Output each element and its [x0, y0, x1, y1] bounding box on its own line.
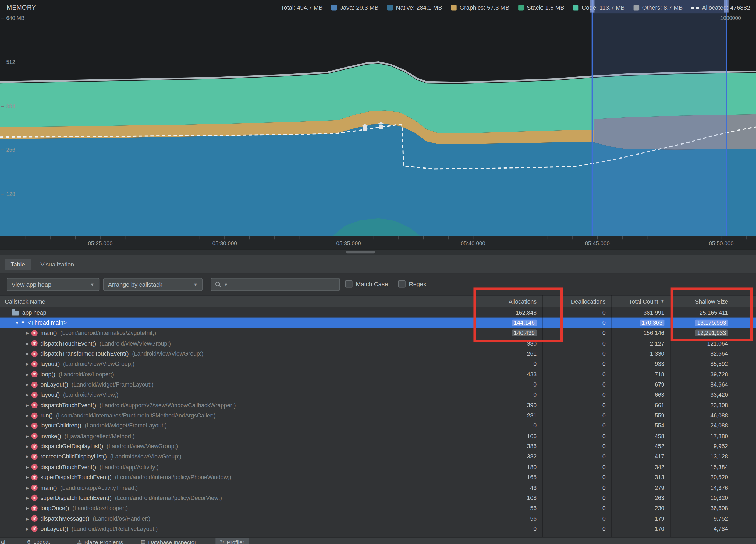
- shallow-size-value: 13,175,593: [670, 320, 734, 326]
- match-case-checkbox[interactable]: Match Case: [345, 281, 388, 288]
- expand-arrow-icon[interactable]: ▶: [23, 527, 31, 531]
- selection-start-line[interactable]: [592, 0, 593, 236]
- y-axis-label: 128: [1, 191, 15, 197]
- expand-arrow-icon[interactable]: ▶: [23, 475, 31, 480]
- callstack-cell: ▶mdispatchGetDisplayList()(Landroid/view…: [0, 443, 484, 450]
- table-row[interactable]: ▶mloopOnce()(Landroid/os/Looper;)5602303…: [0, 503, 756, 513]
- table-row[interactable]: ▶msuperDispatchTouchEvent()(Lcom/android…: [0, 493, 756, 503]
- total-count-value: 661: [611, 402, 670, 409]
- search-input[interactable]: ▼: [211, 278, 340, 291]
- table-row[interactable]: ▶msuperDispatchTouchEvent()(Lcom/android…: [0, 472, 756, 482]
- memory-chart: [0, 0, 756, 249]
- callstack-cell: ▶monLayout()(Landroid/widget/RelativeLay…: [0, 525, 484, 532]
- table-row[interactable]: ▶minvoke()(Ljava/lang/reflect/Method;)10…: [0, 431, 756, 441]
- expand-arrow-icon[interactable]: ▶: [23, 454, 31, 459]
- table-row[interactable]: ▶mloop()(Landroid/os/Looper;)433071839,7…: [0, 369, 756, 380]
- method-icon: m: [31, 330, 38, 336]
- chevron-down-icon: ▼: [90, 282, 94, 287]
- heap-selector-dropdown[interactable]: View app heap ▼: [7, 278, 99, 291]
- deallocations-value: 0: [542, 392, 611, 398]
- expand-arrow-icon[interactable]: ▶: [23, 331, 31, 336]
- table-row[interactable]: ▶mdispatchTouchEvent()(Landroid/app/Acti…: [0, 462, 756, 472]
- expand-arrow-icon[interactable]: ▶: [23, 362, 31, 366]
- table-row[interactable]: ▶mlayout()(Landroid/view/View;)0066333,4…: [0, 390, 756, 400]
- column-header-allocations[interactable]: Allocations: [484, 298, 542, 305]
- bottom-bar-item[interactable]: ▤Database Inspector: [141, 539, 196, 544]
- expand-arrow-icon[interactable]: ▶: [23, 393, 31, 397]
- callstack-name: layout(): [41, 361, 60, 368]
- expand-arrow-icon[interactable]: ▶: [23, 485, 31, 490]
- expand-arrow-icon[interactable]: ▶: [23, 423, 31, 428]
- total-count-value: 381,991: [611, 309, 670, 316]
- table-row[interactable]: ▶mdispatchMessage()(Landroid/os/Handler;…: [0, 513, 756, 524]
- expand-arrow-icon[interactable]: ▶: [23, 496, 31, 500]
- table-row[interactable]: ▶mlayoutChildren()(Landroid/widget/Frame…: [0, 421, 756, 431]
- method-icon: m: [31, 351, 38, 357]
- callstack-name: <Thread main>: [27, 320, 67, 326]
- chart-scrollbar-track[interactable]: [0, 249, 756, 255]
- table-row[interactable]: ▼≡<Thread main>144,1460170,36313,175,593: [0, 318, 756, 328]
- package-name: (Landroid/widget/FrameLayout;): [85, 422, 167, 429]
- deallocations-value: 0: [542, 402, 611, 409]
- method-icon: m: [31, 485, 38, 491]
- allocations-value: 380: [484, 340, 542, 347]
- expand-arrow-icon[interactable]: ▶: [23, 413, 31, 418]
- column-header-deallocations[interactable]: Deallocations: [542, 298, 611, 305]
- legend-swatch-icon: [451, 5, 457, 11]
- bottom-bar-item[interactable]: ⚠Blaze Problems: [77, 539, 123, 544]
- bottom-bar-item[interactable]: ↻Profiler: [215, 538, 249, 544]
- total-count-value: 679: [611, 381, 670, 388]
- expand-arrow-icon[interactable]: ▶: [23, 382, 31, 387]
- memory-chart-panel: MEMORY Total: 494.7 MBJava: 29.3 MBNativ…: [0, 0, 756, 255]
- tab-table[interactable]: Table: [5, 258, 31, 270]
- method-icon: m: [31, 526, 38, 532]
- column-header-shallow-size[interactable]: Shallow Size: [670, 298, 734, 305]
- expand-arrow-icon[interactable]: ▶: [23, 372, 31, 377]
- callstack-cell: ▶mrecreateChildDisplayList()(Landroid/vi…: [0, 453, 484, 460]
- table-row[interactable]: ▶mlayout()(Landroid/view/ViewGroup;)0093…: [0, 359, 756, 369]
- selection-end-line[interactable]: [726, 0, 727, 236]
- column-header-total-count[interactable]: Total Count ▼: [611, 298, 670, 305]
- table-row[interactable]: ▶mrecreateChildDisplayList()(Landroid/vi…: [0, 452, 756, 462]
- arrange-selector-dropdown[interactable]: Arrange by callstack ▼: [103, 278, 203, 291]
- deallocations-value: 0: [542, 443, 611, 450]
- profiler-window: MEMORY Total: 494.7 MBJava: 29.3 MBNativ…: [0, 0, 756, 544]
- collapse-arrow-icon[interactable]: ▼: [13, 320, 21, 325]
- expand-arrow-icon[interactable]: ▶: [23, 444, 31, 449]
- column-header-callstack-name[interactable]: Callstack Name: [0, 298, 484, 305]
- time-label: 05:50.000: [709, 240, 734, 246]
- expand-arrow-icon[interactable]: ▶: [23, 403, 31, 408]
- package-name: (Landroid/app/ActivityThread;): [60, 484, 138, 491]
- deallocations-value: 0: [542, 330, 611, 337]
- table-row[interactable]: ▶mdispatchTouchEvent()(Landroid/view/Vie…: [0, 338, 756, 349]
- regex-checkbox[interactable]: Regex: [398, 281, 426, 288]
- expand-arrow-icon[interactable]: ▶: [23, 506, 31, 511]
- shallow-size-value: 46,088: [670, 412, 734, 419]
- shallow-size-value: 25,165,411: [670, 309, 734, 316]
- expand-arrow-icon[interactable]: ▶: [23, 465, 31, 469]
- table-row[interactable]: ▶mmain()(Landroid/app/ActivityThread;)43…: [0, 482, 756, 493]
- table-row[interactable]: app heap162,8480381,99125,165,411: [0, 308, 756, 318]
- table-row[interactable]: ▶mdispatchTouchEvent()(Landroid/support/…: [0, 400, 756, 410]
- table-row[interactable]: ▶mdispatchGetDisplayList()(Landroid/view…: [0, 441, 756, 451]
- chart-scrollbar-thumb[interactable]: [346, 251, 375, 253]
- shallow-size-value: 12,291,933: [670, 330, 734, 337]
- package-name: (Landroid/os/Handler;): [93, 515, 150, 522]
- expand-arrow-icon[interactable]: ▶: [23, 351, 31, 356]
- selection-region[interactable]: [592, 0, 727, 236]
- table-row[interactable]: ▶mrun()(Lcom/android/internal/os/Runtime…: [0, 411, 756, 421]
- table-row[interactable]: ▶mdispatchTransformedTouchEvent()(Landro…: [0, 349, 756, 359]
- expand-arrow-icon[interactable]: ▶: [23, 341, 31, 346]
- bottom-bar: al≡6: Logcat⚠Blaze Problems▤Database Ins…: [0, 537, 756, 544]
- checkbox-icon: [345, 281, 353, 288]
- expand-arrow-icon[interactable]: ▶: [23, 516, 31, 521]
- table-row[interactable]: ▶mmain()(Lcom/android/internal/os/Zygote…: [0, 328, 756, 338]
- tab-visualization[interactable]: Visualization: [35, 258, 80, 270]
- table-header: Callstack Name Allocations Deallocations…: [0, 295, 756, 308]
- table-row[interactable]: ▶monLayout()(Landroid/widget/FrameLayout…: [0, 380, 756, 390]
- time-axis-strip: [0, 236, 756, 249]
- bottom-bar-item[interactable]: al: [1, 539, 5, 544]
- bottom-bar-item[interactable]: ≡6: Logcat: [22, 539, 50, 544]
- expand-arrow-icon[interactable]: ▶: [23, 434, 31, 439]
- table-row[interactable]: ▶monLayout()(Landroid/widget/RelativeLay…: [0, 524, 756, 534]
